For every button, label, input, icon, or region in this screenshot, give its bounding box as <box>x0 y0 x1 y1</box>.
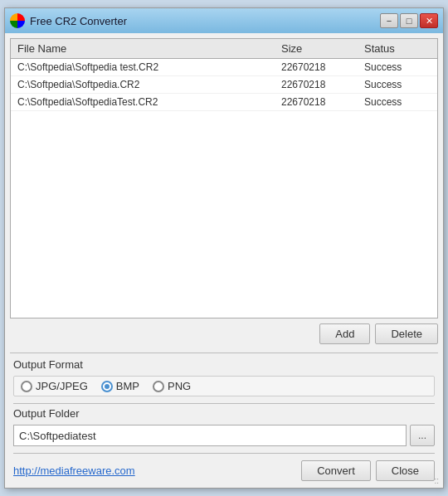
title-buttons: − □ ✕ <box>380 13 438 28</box>
separator-2 <box>13 403 435 404</box>
separator-1 <box>10 353 438 353</box>
file-table: File Name Size Status C:\Softpedia\Softp… <box>10 38 438 319</box>
bottom-bar: http://mediafreeware.com Convert Close <box>13 457 435 483</box>
output-folder-label: Output Folder <box>13 407 435 420</box>
radio-option-png[interactable]: PNG <box>153 380 191 392</box>
app-icon <box>10 13 25 28</box>
cell-status: Success <box>364 96 431 108</box>
close-button[interactable]: Close <box>376 460 435 481</box>
cell-filename: C:\Softpedia\SoftpediaTest.CR2 <box>17 96 281 108</box>
radio-png-label: PNG <box>168 380 191 392</box>
window-title: Free CR2 Converter <box>30 15 127 27</box>
resize-handle: :: <box>434 476 439 485</box>
output-folder-row: ... <box>13 425 435 446</box>
title-bar: Free CR2 Converter − □ ✕ <box>5 8 443 33</box>
add-button[interactable]: Add <box>319 323 370 344</box>
header-size: Size <box>281 42 364 55</box>
table-header: File Name Size Status <box>11 39 437 59</box>
content-area: File Name Size Status C:\Softpedia\Softp… <box>5 33 443 488</box>
radio-bmp-dot <box>105 384 110 389</box>
minimize-button[interactable]: − <box>380 13 398 28</box>
radio-jpg[interactable] <box>21 381 32 392</box>
separator-3 <box>13 453 435 454</box>
table-row[interactable]: C:\Softpedia\Softpedia.CR2 22670218 Succ… <box>11 76 437 94</box>
cell-status: Success <box>364 61 431 73</box>
header-filename: File Name <box>17 42 281 55</box>
radio-bmp-label: BMP <box>116 380 139 392</box>
cell-size: 22670218 <box>281 79 364 90</box>
table-row[interactable]: C:\Softpedia\SoftpediaTest.CR2 22670218 … <box>11 94 437 111</box>
cell-status: Success <box>364 79 431 90</box>
radio-option-bmp[interactable]: BMP <box>101 380 139 392</box>
radio-jpg-label: JPG/JPEG <box>36 380 88 392</box>
delete-button[interactable]: Delete <box>375 323 438 344</box>
radio-png[interactable] <box>153 381 164 392</box>
main-window: Free CR2 Converter − □ ✕ File Name Size … <box>4 7 444 489</box>
website-link[interactable]: http://mediafreeware.com <box>13 464 135 477</box>
title-bar-left: Free CR2 Converter <box>10 13 127 28</box>
table-action-row: Add Delete <box>10 319 438 349</box>
radio-option-jpg[interactable]: JPG/JPEG <box>21 380 88 392</box>
cell-size: 22670218 <box>281 96 364 108</box>
header-status: Status <box>364 42 431 55</box>
folder-input[interactable] <box>13 425 407 446</box>
browse-button[interactable]: ... <box>410 425 435 446</box>
radio-group-format: JPG/JPEG BMP PNG <box>13 376 435 396</box>
convert-button[interactable]: Convert <box>301 460 371 481</box>
table-row[interactable]: C:\Softpedia\Softpedia test.CR2 22670218… <box>11 59 437 76</box>
output-format-label: Output Format <box>13 358 435 371</box>
radio-bmp[interactable] <box>101 381 113 392</box>
cell-filename: C:\Softpedia\Softpedia.CR2 <box>17 79 281 90</box>
close-window-button[interactable]: ✕ <box>420 13 438 28</box>
cell-filename: C:\Softpedia\Softpedia test.CR2 <box>17 61 281 73</box>
bottom-buttons: Convert Close <box>301 460 435 481</box>
output-format-section: Output Format JPG/JPEG BMP PNG <box>10 357 438 483</box>
cell-size: 22670218 <box>281 61 364 73</box>
table-body[interactable]: C:\Softpedia\Softpedia test.CR2 22670218… <box>11 59 437 318</box>
maximize-button[interactable]: □ <box>400 13 418 28</box>
